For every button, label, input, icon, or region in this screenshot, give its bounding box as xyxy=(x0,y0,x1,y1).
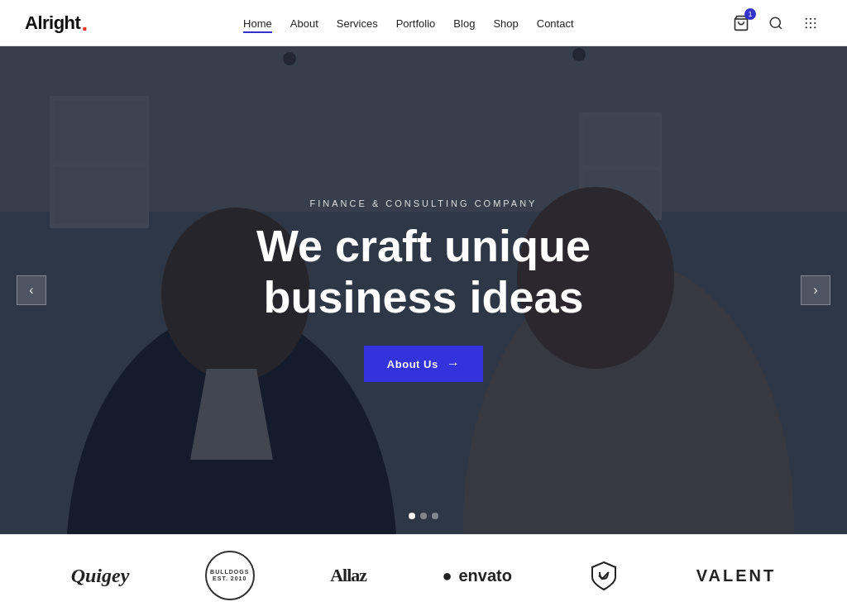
svg-point-11 xyxy=(814,26,816,28)
nav-home[interactable]: Home xyxy=(243,17,272,30)
logo-text: Alright xyxy=(25,12,80,34)
header-actions: 1 xyxy=(730,12,822,35)
valent-label: VALENT xyxy=(696,566,777,585)
nav-blog[interactable]: Blog xyxy=(453,17,475,30)
search-button[interactable] xyxy=(764,12,787,35)
cart-count: 1 xyxy=(744,8,756,20)
svg-point-10 xyxy=(810,26,811,28)
cart-button[interactable]: 1 xyxy=(730,12,753,35)
svg-point-6 xyxy=(806,22,807,24)
svg-point-8 xyxy=(814,22,816,24)
slider-dot-2[interactable] xyxy=(420,513,427,519)
hero-content: Finance & Consulting Company We craft un… xyxy=(0,46,847,534)
nav-about[interactable]: About xyxy=(290,17,318,30)
logo-dot: . xyxy=(81,12,87,35)
svg-point-5 xyxy=(814,18,816,20)
slider-dot-1[interactable] xyxy=(409,513,415,519)
about-us-button[interactable]: About Us → xyxy=(364,346,483,382)
shield-brand-icon xyxy=(587,559,620,592)
main-nav: Home About Services Portfolio Blog Shop … xyxy=(243,17,573,30)
quigey-label: Quigey xyxy=(71,565,130,587)
site-logo[interactable]: Alright. xyxy=(25,12,88,35)
hero-title: We craft unique business ideas xyxy=(256,220,591,322)
hero-button-label: About Us xyxy=(387,358,438,370)
partner-logo-allaz[interactable]: Allaz xyxy=(330,565,366,586)
partners-logos-bar: Quigey BULLDOGSEST. 2010 Allaz ● envato … xyxy=(0,534,847,616)
header: Alright. Home About Services Portfolio B… xyxy=(0,0,847,46)
partner-logo-envato[interactable]: ● envato xyxy=(442,566,512,585)
nav-contact[interactable]: Contact xyxy=(537,17,574,30)
partner-logo-circular[interactable]: BULLDOGSEST. 2010 xyxy=(205,551,255,600)
slider-dot-3[interactable] xyxy=(432,513,438,519)
hero-subtitle: Finance & Consulting Company xyxy=(310,198,538,208)
svg-point-9 xyxy=(806,26,807,28)
partner-logo-quigey[interactable]: Quigey xyxy=(71,565,130,587)
slider-prev-button[interactable]: ‹ xyxy=(17,275,46,305)
svg-point-4 xyxy=(810,18,811,20)
nav-portfolio[interactable]: Portfolio xyxy=(396,17,436,30)
partner-logo-valent[interactable]: VALENT xyxy=(696,566,777,585)
envato-label: envato xyxy=(459,566,512,585)
slider-next-button[interactable]: › xyxy=(801,275,830,305)
allaz-label: Allaz xyxy=(330,565,366,586)
hero-title-line2: business ideas xyxy=(263,272,583,322)
envato-icon: ● xyxy=(442,566,452,585)
arrow-icon: → xyxy=(447,356,461,371)
nav-services[interactable]: Services xyxy=(337,17,378,30)
slider-dots xyxy=(409,513,438,519)
hero-section: Finance & Consulting Company We craft un… xyxy=(0,46,847,534)
partner-logo-shield[interactable] xyxy=(587,559,620,592)
svg-point-7 xyxy=(810,22,811,24)
hero-title-line1: We craft unique xyxy=(256,221,591,270)
svg-line-2 xyxy=(778,26,781,28)
nav-shop[interactable]: Shop xyxy=(493,17,518,30)
svg-point-1 xyxy=(770,17,780,27)
svg-point-3 xyxy=(806,18,807,20)
circular-logo-text: BULLDOGSEST. 2010 xyxy=(210,569,249,583)
grid-menu-button[interactable] xyxy=(799,12,822,35)
